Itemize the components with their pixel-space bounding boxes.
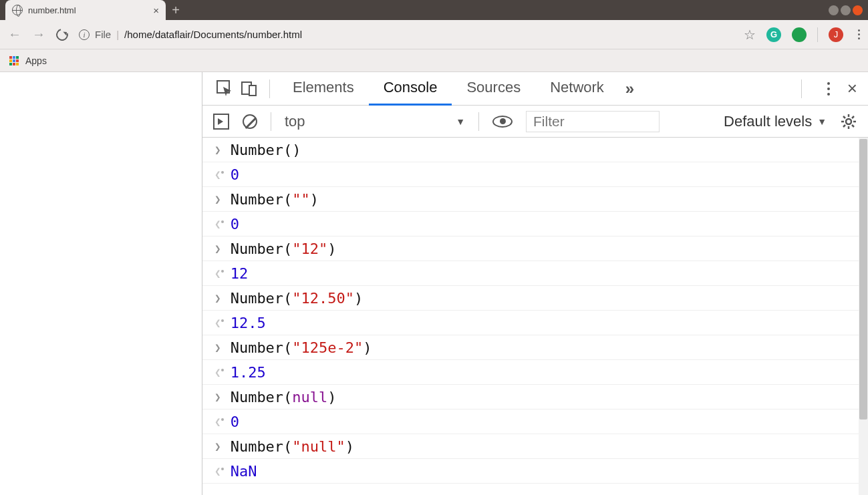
devtools-separator bbox=[801, 79, 802, 98]
context-label: top bbox=[285, 113, 305, 130]
reload-button[interactable] bbox=[54, 26, 71, 43]
devtools-menu-button[interactable] bbox=[827, 82, 830, 96]
chevron-right-icon: ❯ bbox=[214, 193, 221, 206]
window-titlebar: number.html × + bbox=[0, 0, 868, 20]
navbar-separator bbox=[817, 27, 818, 42]
return-arrow-icon: ❮ bbox=[214, 366, 221, 379]
console-filter-input[interactable] bbox=[526, 111, 660, 132]
svg-rect-2 bbox=[249, 86, 256, 96]
tab-console[interactable]: Console bbox=[369, 72, 452, 106]
return-arrow-icon: ❮ bbox=[214, 416, 221, 428]
console-code: Number("125e-2") bbox=[231, 339, 372, 356]
console-output[interactable]: ❯Number()❮0❯Number("")❮0❯Number("12")❮12… bbox=[202, 138, 868, 495]
window-controls bbox=[829, 0, 868, 20]
execution-context-selector[interactable]: top ▼ bbox=[285, 113, 465, 130]
console-output-row: ❮0 bbox=[202, 162, 868, 187]
apps-label[interactable]: Apps bbox=[25, 55, 47, 66]
console-code: Number("12") bbox=[231, 240, 337, 257]
profile-avatar[interactable]: J bbox=[829, 27, 843, 42]
extension-icon[interactable] bbox=[792, 27, 807, 42]
console-code: 1.25 bbox=[231, 364, 266, 381]
toolbar-separator bbox=[478, 112, 479, 131]
toolbar-separator bbox=[271, 112, 271, 131]
devtools-tabs: Elements Console Sources Network » × bbox=[202, 72, 868, 106]
tab-title: number.html bbox=[28, 5, 148, 15]
console-input-row: ❯Number("") bbox=[202, 187, 868, 212]
tab-close-icon[interactable]: × bbox=[153, 5, 159, 16]
live-expression-icon[interactable] bbox=[492, 116, 513, 128]
console-code: Number("") bbox=[231, 191, 319, 208]
page-content bbox=[0, 72, 202, 495]
levels-label: Default levels bbox=[724, 113, 812, 130]
back-button[interactable]: ← bbox=[8, 27, 21, 42]
return-arrow-icon: ❮ bbox=[214, 465, 221, 478]
bookmarks-bar: Apps bbox=[0, 49, 868, 72]
site-info-icon[interactable]: i bbox=[79, 29, 90, 40]
apps-icon[interactable] bbox=[9, 56, 19, 65]
console-sidebar-toggle-icon[interactable] bbox=[213, 114, 229, 130]
scrollbar-thumb[interactable] bbox=[859, 139, 867, 420]
console-code: 12.5 bbox=[231, 315, 266, 331]
console-input-row: ❯Number("12.50") bbox=[202, 286, 868, 311]
return-arrow-icon: ❮ bbox=[214, 218, 221, 230]
svg-line-9 bbox=[852, 125, 854, 127]
console-input-row: ❯Number("12") bbox=[202, 236, 868, 261]
console-code: Number(null) bbox=[231, 389, 337, 405]
chevron-right-icon: ❯ bbox=[214, 144, 221, 156]
console-code: Number("null") bbox=[231, 438, 354, 455]
console-settings-icon[interactable] bbox=[840, 113, 857, 130]
devtools-panel: Elements Console Sources Network » × top… bbox=[202, 72, 868, 495]
chevron-down-icon: ▼ bbox=[456, 116, 465, 127]
chevron-right-icon: ❯ bbox=[214, 341, 221, 354]
tab-network[interactable]: Network bbox=[535, 72, 619, 106]
console-input-row: ❯Number(null) bbox=[202, 385, 868, 409]
forward-button[interactable]: → bbox=[32, 27, 45, 42]
chevron-right-icon: ❯ bbox=[214, 292, 221, 305]
browser-tab[interactable]: number.html × bbox=[5, 0, 166, 20]
address-bar[interactable]: i File | /home/dataflair/Documents/numbe… bbox=[79, 29, 733, 40]
browser-navbar: ← → i File | /home/dataflair/Documents/n… bbox=[0, 20, 868, 49]
return-arrow-icon: ❮ bbox=[214, 168, 221, 181]
console-code: 0 bbox=[231, 216, 239, 232]
console-code: NaN bbox=[231, 463, 257, 480]
chevron-right-icon: ❯ bbox=[214, 242, 221, 255]
clear-console-icon[interactable] bbox=[243, 114, 257, 129]
console-code: 0 bbox=[231, 414, 239, 430]
device-toolbar-icon[interactable] bbox=[237, 80, 261, 98]
more-tabs-icon[interactable]: » bbox=[625, 79, 634, 98]
chevron-right-icon: ❯ bbox=[214, 440, 221, 453]
browser-menu-button[interactable] bbox=[858, 29, 860, 39]
url-path: /home/dataflair/Documents/number.html bbox=[124, 29, 302, 40]
tab-elements[interactable]: Elements bbox=[278, 72, 369, 106]
console-code: Number() bbox=[231, 142, 301, 158]
window-minimize-button[interactable] bbox=[829, 5, 839, 15]
console-input-row: ❯Number() bbox=[202, 138, 868, 162]
return-arrow-icon: ❮ bbox=[214, 267, 221, 280]
scrollbar[interactable] bbox=[859, 138, 868, 495]
main-area: Elements Console Sources Network » × top… bbox=[0, 72, 868, 495]
svg-line-11 bbox=[852, 116, 854, 118]
tab-sources[interactable]: Sources bbox=[452, 72, 535, 106]
url-scheme: File bbox=[95, 29, 111, 40]
console-input-row: ❯Number("125e-2") bbox=[202, 335, 868, 360]
chevron-right-icon: ❯ bbox=[214, 391, 221, 403]
devtools-close-button[interactable]: × bbox=[847, 78, 857, 99]
inspect-element-icon[interactable] bbox=[213, 80, 237, 98]
url-separator: | bbox=[116, 29, 119, 40]
bookmark-star-icon[interactable]: ☆ bbox=[744, 27, 756, 43]
console-output-row: ❮NaN bbox=[202, 459, 868, 484]
console-output-row: ❮0 bbox=[202, 212, 868, 236]
console-output-row: ❮0 bbox=[202, 409, 868, 434]
new-tab-button[interactable]: + bbox=[166, 0, 186, 20]
window-maximize-button[interactable] bbox=[841, 5, 851, 15]
chevron-down-icon: ▼ bbox=[817, 116, 827, 127]
devtools-separator bbox=[269, 79, 270, 98]
window-close-button[interactable] bbox=[853, 5, 863, 15]
console-output-row: ❮12.5 bbox=[202, 311, 868, 335]
console-code: 0 bbox=[231, 166, 239, 183]
log-levels-selector[interactable]: Default levels ▼ bbox=[724, 113, 827, 130]
console-toolbar: top ▼ Default levels ▼ bbox=[202, 106, 868, 138]
grammarly-extension-icon[interactable]: G bbox=[766, 27, 781, 42]
svg-line-10 bbox=[843, 125, 845, 127]
console-code: Number("12.50") bbox=[231, 290, 364, 307]
